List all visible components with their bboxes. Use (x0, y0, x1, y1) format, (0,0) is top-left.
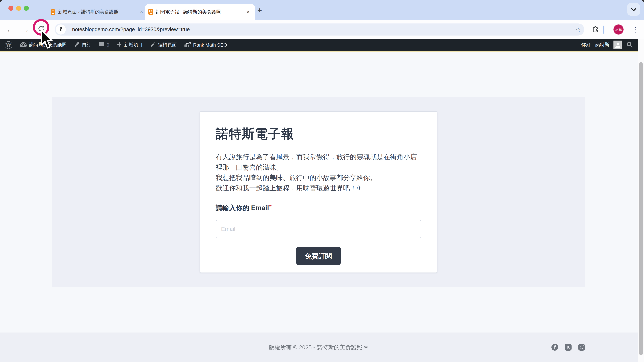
tab-subscribe-newsletter[interactable]: 訂閱電子報 - 諾特斯的美食護照 × (145, 4, 255, 20)
comments-count: 0 (107, 42, 109, 48)
back-button[interactable]: ← (4, 20, 16, 39)
required-asterisk: * (269, 203, 272, 210)
url-text[interactable]: notesblogdemo.com/?page_id=3930&preview=… (72, 23, 190, 35)
browser-toolbar: ← → (0, 20, 644, 39)
tab-title: 新增頁面 ‹ 諾特斯的美食護照 — (58, 9, 136, 15)
edit-page-label: 編輯頁面 (158, 42, 177, 48)
cursor-pointer-icon (40, 29, 53, 51)
subscribe-button[interactable]: 免費訂閱 (296, 247, 341, 265)
address-bar[interactable]: notesblogdemo.com/?page_id=3930&preview=… (55, 23, 584, 35)
description-line: 有人說旅行是為了看風景，而我常覺得，旅行的靈魂就是在街角小店裡那一口驚喜的滋味。 (216, 152, 421, 173)
forward-button[interactable]: → (20, 20, 31, 39)
site-footer: 版權所有 © 2025 - 諾特斯的美食護照 ✏ f X (0, 333, 638, 362)
newsletter-description: 有人說旅行是為了看風景，而我常覺得，旅行的靈魂就是在街角小店裡那一口驚喜的滋味。… (216, 152, 421, 193)
pencil-icon (150, 42, 156, 48)
extensions-button[interactable] (592, 26, 599, 34)
rank-math-label: Rank Math SEO (193, 42, 227, 48)
description-line: 歡迎你和我一起踏上旅程，用味蕾環遊世界吧！✈ (216, 183, 421, 193)
wordpress-logo-icon: W (5, 41, 12, 49)
edit-page-button[interactable]: 編輯頁面 (146, 39, 180, 51)
wp-logo-button[interactable]: W (0, 39, 16, 51)
scrollbar-track[interactable] (638, 39, 644, 362)
user-avatar[interactable] (614, 40, 622, 49)
tab-strip: 新增頁面 ‹ 諾特斯的美食護照 — × 訂閱電子報 - 諾特斯的美食護照 × + (0, 0, 644, 20)
chevron-down-icon (631, 6, 636, 12)
comment-icon (98, 42, 104, 48)
wp-admin-bar: W 諾特斯的美食護照 (0, 39, 638, 51)
tune-icon (58, 26, 63, 33)
customize-button[interactable]: 自訂 (70, 39, 95, 51)
newsletter-card: 諾特斯電子報 有人說旅行是為了看風景，而我常覺得，旅行的靈魂就是在街角小店裡那一… (200, 111, 438, 273)
rank-math-button[interactable]: Rank Math SEO (180, 39, 231, 51)
site-favicon-icon (148, 9, 153, 15)
toolbar-divider (604, 25, 604, 34)
facebook-icon[interactable]: f (552, 344, 558, 351)
speedometer-icon (20, 42, 27, 48)
site-favicon-icon (51, 9, 55, 15)
close-window-button[interactable] (8, 6, 14, 11)
zoom-window-button[interactable] (24, 6, 29, 11)
page-content: 諾特斯電子報 有人說旅行是為了看風景，而我常覺得，旅行的靈魂就是在街角小店裡那一… (0, 52, 638, 362)
tab-close-button[interactable]: × (245, 8, 252, 15)
greeting-text[interactable]: 你好，諾特斯 (581, 42, 610, 48)
newsletter-section: 諾特斯電子報 有人說旅行是為了看風景，而我常覺得，旅行的靈魂就是在街角小店裡那一… (52, 97, 585, 287)
admin-search-button[interactable] (626, 41, 633, 49)
x-twitter-icon[interactable]: X (565, 344, 572, 351)
site-info-button[interactable] (56, 24, 66, 34)
tab-close-button[interactable]: × (138, 9, 145, 15)
email-label: 請輸入你的 Email* (216, 203, 421, 213)
screen: 新增頁面 ‹ 諾特斯的美食護照 — × 訂閱電子報 - 諾特斯的美食護照 × +… (0, 0, 644, 362)
copyright-text: 版權所有 © 2025 - 諾特斯的美食護照 ✏ (0, 333, 638, 362)
tab-new-page[interactable]: 新增頁面 ‹ 諾特斯的美食護照 — × (47, 4, 148, 20)
plus-icon (117, 42, 122, 48)
newsletter-title: 諾特斯電子報 (216, 125, 421, 142)
minimize-window-button[interactable] (16, 6, 21, 11)
new-tab-button[interactable]: + (254, 5, 265, 16)
scrollbar-thumb[interactable] (639, 62, 643, 355)
new-content-label: 新增項目 (124, 42, 143, 48)
browser-window: 新增頁面 ‹ 諾特斯的美食護照 — × 訂閱電子報 - 諾特斯的美食護照 × +… (0, 0, 644, 362)
instagram-icon[interactable] (578, 344, 585, 351)
tab-title: 訂閱電子報 - 諾特斯的美食護照 (156, 9, 242, 15)
traffic-lights (8, 6, 29, 11)
new-content-button[interactable]: 新增項目 (113, 39, 146, 51)
email-input[interactable] (216, 220, 421, 238)
tab-search-button[interactable] (627, 3, 640, 16)
paintbrush-icon (74, 41, 80, 48)
description-line: 我想把我品嚐到的美味、旅行中的小故事都分享給你。 (216, 173, 421, 183)
puzzle-icon (592, 28, 599, 34)
seo-chart-icon (184, 42, 191, 48)
comments-button[interactable]: 0 (95, 39, 113, 51)
menu-button[interactable]: ⋮ (631, 20, 639, 39)
social-links: f X (552, 333, 585, 362)
customize-label: 自訂 (82, 42, 91, 48)
bookmark-star-button[interactable]: ☆ (575, 23, 581, 35)
profile-button[interactable]: 示範 (614, 24, 624, 34)
